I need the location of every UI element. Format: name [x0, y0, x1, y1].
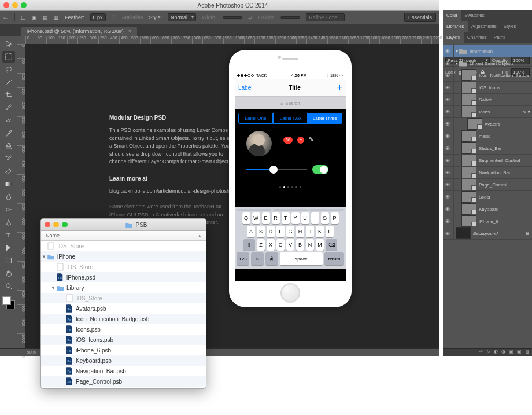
visibility-icon[interactable] [444, 120, 451, 127]
finder-window[interactable]: PSB Name ▴ .DS_Store▼iPhone.DS_StorePsiP… [40, 218, 206, 389]
pen-tool-icon[interactable] [2, 216, 15, 228]
layer-row[interactable]: ▾Linked Smart Objects [443, 57, 532, 69]
adjust-icon[interactable]: ◑ [501, 349, 505, 356]
visibility-icon[interactable] [444, 169, 451, 176]
layer-row[interactable]: Background🔒︎ [443, 227, 532, 240]
file-row[interactable]: PsNavigation_Bar.psb [41, 366, 206, 376]
close-icon[interactable] [3, 2, 9, 8]
num-key[interactable]: 123 [237, 252, 249, 265]
key-S[interactable]: S [257, 226, 265, 237]
hand-tool-icon[interactable] [2, 267, 15, 279]
wand-tool-icon[interactable] [2, 76, 15, 88]
key-L[interactable]: L [326, 226, 334, 237]
key-A[interactable]: A [247, 226, 255, 237]
workspace-select[interactable]: Essentials [404, 13, 436, 22]
visibility-icon[interactable] [444, 96, 451, 103]
key-B[interactable]: B [296, 239, 304, 251]
layer-row[interactable]: Iconsfx ▾ [443, 106, 532, 118]
key-F[interactable]: F [276, 226, 285, 237]
key-K[interactable]: K [316, 226, 324, 237]
blur-tool-icon[interactable] [2, 191, 15, 203]
close-tab-icon[interactable]: × [128, 28, 131, 34]
backspace-key[interactable]: ⌫ [326, 239, 337, 251]
key-J[interactable]: J [306, 226, 314, 237]
brush-tool-icon[interactable] [2, 127, 15, 139]
key-W[interactable]: W [252, 212, 260, 224]
layer-row[interactable]: Segmented_Control [443, 155, 532, 167]
seg-2[interactable]: Label Two [273, 113, 308, 124]
height-input[interactable] [280, 16, 300, 19]
link-icon[interactable]: ⚯ [479, 349, 483, 356]
visibility-icon[interactable] [444, 193, 451, 200]
key-M[interactable]: M [316, 239, 324, 251]
file-row[interactable]: PsIcon_Notification_Badge.psb [41, 314, 206, 324]
marquee-tool-icon[interactable]: ▭ [3, 14, 9, 20]
layer-row[interactable]: iPhone_6 [443, 215, 532, 227]
gradient-tool-icon[interactable] [2, 178, 15, 190]
visibility-icon[interactable] [444, 205, 451, 212]
nav-back-label[interactable]: Label [238, 85, 252, 91]
tab-styles[interactable]: Styles [500, 21, 520, 32]
seg-3[interactable]: Label Three [308, 113, 342, 124]
key-X[interactable]: X [267, 239, 275, 251]
layer-row[interactable]: Page_Control [443, 179, 532, 191]
layer-row[interactable]: ▾Information [443, 45, 532, 57]
type-tool-icon[interactable]: T [2, 229, 15, 241]
trash-icon[interactable]: 🗑︎ [525, 349, 530, 356]
fx-icon[interactable]: fx [487, 349, 490, 356]
swap-icon[interactable]: ⇄ [248, 14, 253, 20]
key-V[interactable]: V [286, 239, 294, 251]
new-layer-icon[interactable]: ▣ [517, 349, 522, 356]
disclosure-icon[interactable]: ▼ [50, 285, 56, 291]
feather-input[interactable]: 0 px [90, 13, 106, 21]
layer-row[interactable]: Navigation_Bar [443, 167, 532, 179]
file-row[interactable]: PsKeyboard.psb [41, 355, 206, 366]
visibility-icon[interactable] [444, 84, 451, 91]
key-I[interactable]: I [311, 212, 319, 224]
move-tool-icon[interactable] [2, 38, 15, 50]
file-row[interactable]: PsIcons.psb [41, 324, 206, 335]
emoji-key[interactable]: ☺ [251, 252, 264, 265]
return-key[interactable]: return [324, 252, 344, 265]
group-icon[interactable]: ▣ [509, 349, 513, 356]
key-O[interactable]: O [321, 212, 329, 224]
file-row[interactable]: ▼Library [41, 282, 206, 293]
tab-paths[interactable]: Paths [490, 32, 509, 43]
key-G[interactable]: G [286, 226, 294, 237]
visibility-icon[interactable] [444, 218, 451, 225]
zoom-tool-icon[interactable] [2, 280, 15, 292]
visibility-icon[interactable] [444, 47, 451, 54]
slider-knob[interactable] [269, 166, 278, 174]
layer-row[interactable]: mask [443, 130, 532, 142]
key-Q[interactable]: Q [242, 212, 250, 224]
lock-icon[interactable]: 🔒︎ [525, 231, 530, 236]
selection-subtract-icon[interactable]: ▤ [43, 14, 48, 20]
tab-libraries[interactable]: Libraries [443, 21, 468, 32]
page-control[interactable] [279, 186, 301, 188]
selection-add-icon[interactable]: ▣ [32, 14, 37, 20]
width-input[interactable] [223, 16, 242, 19]
sort-icon[interactable]: ▴ [198, 231, 201, 240]
file-row[interactable]: .DS_Store [41, 262, 206, 272]
layer-row[interactable]: iOS_Icons [443, 82, 532, 94]
switch[interactable] [312, 165, 328, 174]
finder-titlebar[interactable]: PSB [41, 219, 206, 231]
marquee-tool-icon[interactable] [2, 51, 15, 63]
layer-row[interactable]: Slider [443, 191, 532, 203]
key-R[interactable]: R [272, 212, 280, 224]
visibility-icon[interactable] [444, 108, 451, 115]
file-row[interactable]: ▼iPhone [41, 251, 206, 262]
zoom-icon[interactable] [62, 222, 68, 227]
dodge-tool-icon[interactable] [2, 204, 15, 215]
key-T[interactable]: T [282, 212, 290, 224]
visibility-icon[interactable] [444, 60, 451, 67]
mask-icon[interactable]: ◐ [494, 349, 498, 356]
key-P[interactable]: P [331, 212, 339, 224]
vertical-ruler[interactable]: 0501001502002503003504004505005506006507… [17, 44, 26, 349]
file-row[interactable]: .DS_Store [41, 241, 206, 251]
eyedropper-tool-icon[interactable] [2, 102, 15, 113]
visibility-icon[interactable] [444, 133, 451, 139]
visibility-icon[interactable] [444, 181, 451, 188]
disclosure-icon[interactable]: ▼ [41, 254, 47, 259]
horizontal-ruler[interactable]: 0501001502002503003504004505005506006507… [17, 36, 439, 45]
